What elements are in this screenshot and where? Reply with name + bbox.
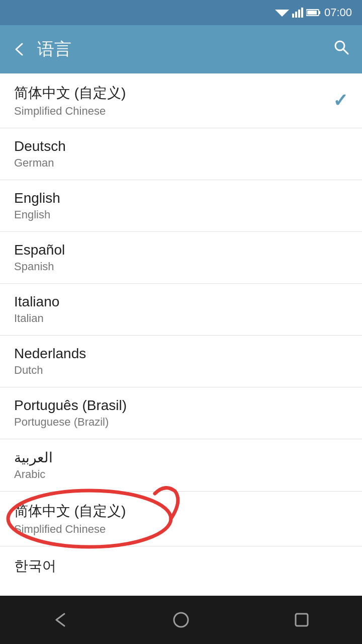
language-native: 한국어 xyxy=(14,556,56,576)
language-text: 简体中文 (自定义) Simplified Chinese xyxy=(14,502,126,536)
app-bar: 语言 xyxy=(0,25,362,73)
language-english: Simplified Chinese xyxy=(14,523,126,536)
status-icons: 07:00 xyxy=(275,6,352,19)
language-text: Español Spanish xyxy=(14,242,65,273)
wifi-icon xyxy=(275,8,289,18)
language-english: German xyxy=(14,156,66,170)
app-bar-title: 语言 xyxy=(37,38,71,61)
svg-point-11 xyxy=(174,613,188,627)
app-bar-left: 语言 xyxy=(12,38,71,61)
list-item[interactable]: Italiano Italian xyxy=(0,284,362,336)
language-native: 简体中文 (自定义) xyxy=(14,502,126,521)
list-item[interactable]: Português (Brasil) Portuguese (Brazil) xyxy=(0,387,362,439)
back-button[interactable] xyxy=(12,42,27,57)
list-item[interactable]: Nederlands Dutch xyxy=(0,336,362,387)
nav-bar xyxy=(0,596,362,644)
language-native: Português (Brasil) xyxy=(14,397,127,414)
list-item[interactable]: 한국어 xyxy=(0,546,362,580)
language-native: Italiano xyxy=(14,294,59,310)
search-button[interactable] xyxy=(333,39,350,60)
list-item[interactable]: English English xyxy=(0,180,362,232)
nav-back-button[interactable] xyxy=(40,600,80,640)
battery-icon xyxy=(306,9,321,17)
language-native: Deutsch xyxy=(14,138,66,154)
language-english: Arabic xyxy=(14,468,53,481)
svg-rect-7 xyxy=(319,11,320,14)
nav-home-button[interactable] xyxy=(161,600,201,640)
language-text: Nederlands Dutch xyxy=(14,346,86,377)
language-native: Español xyxy=(14,242,65,258)
language-list: 简体中文 (自定义) Simplified Chinese ✓ Deutsch … xyxy=(0,73,362,580)
svg-line-9 xyxy=(343,49,348,54)
language-text: Português (Brasil) Portuguese (Brazil) xyxy=(14,397,127,429)
language-english: Portuguese (Brazil) xyxy=(14,416,127,429)
language-english: Italian xyxy=(14,312,59,325)
status-bar: 07:00 xyxy=(0,0,362,25)
svg-marker-0 xyxy=(275,10,289,17)
svg-rect-4 xyxy=(301,8,303,18)
svg-rect-2 xyxy=(295,12,297,18)
language-text: Italiano Italian xyxy=(14,294,59,325)
selected-checkmark: ✓ xyxy=(333,90,348,111)
language-text: 简体中文 (自定义) Simplified Chinese xyxy=(14,84,126,118)
language-english: Simplified Chinese xyxy=(14,105,126,118)
svg-rect-3 xyxy=(298,10,300,18)
language-text: 한국어 xyxy=(14,556,56,576)
language-native: العربية xyxy=(14,449,53,466)
list-item[interactable]: 简体中文 (自定义) Simplified Chinese ✓ xyxy=(0,73,362,128)
language-native: English xyxy=(14,190,60,206)
nav-recents-button[interactable] xyxy=(282,600,322,640)
language-english: Spanish xyxy=(14,260,65,273)
list-item[interactable]: Español Spanish xyxy=(0,232,362,284)
language-text: العربية Arabic xyxy=(14,449,53,481)
svg-rect-6 xyxy=(307,11,317,15)
svg-rect-1 xyxy=(292,14,294,18)
language-english: Dutch xyxy=(14,364,86,377)
language-native: 简体中文 (自定义) xyxy=(14,84,126,103)
language-english: English xyxy=(14,208,60,221)
signal-icon xyxy=(292,8,303,18)
language-text: Deutsch German xyxy=(14,138,66,170)
list-item[interactable]: Deutsch German xyxy=(0,128,362,180)
status-time: 07:00 xyxy=(324,6,352,19)
list-item-annotated[interactable]: 简体中文 (自定义) Simplified Chinese xyxy=(0,492,362,546)
svg-rect-12 xyxy=(296,614,308,626)
list-item[interactable]: العربية Arabic xyxy=(0,439,362,492)
language-text: English English xyxy=(14,190,60,221)
language-native: Nederlands xyxy=(14,346,86,362)
